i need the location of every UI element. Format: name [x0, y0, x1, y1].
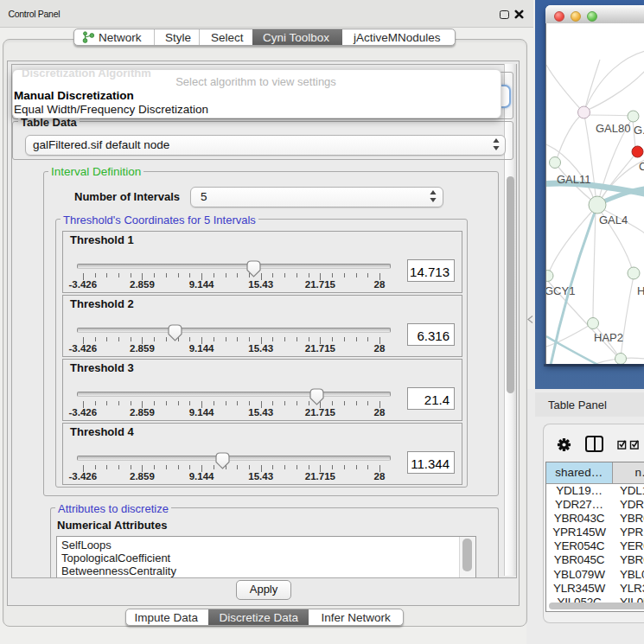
svg-text:H: H [637, 284, 644, 297]
svg-text:GAL80: GAL80 [596, 122, 630, 135]
svg-text:GAL4: GAL4 [599, 214, 628, 226]
svg-text:GAL11: GAL11 [557, 173, 591, 186]
svg-text:HAP2: HAP2 [594, 331, 623, 344]
svg-text:C: C [639, 160, 644, 173]
svg-text:G.: G. [634, 124, 644, 137]
svg-text:GCY1: GCY1 [546, 284, 575, 297]
